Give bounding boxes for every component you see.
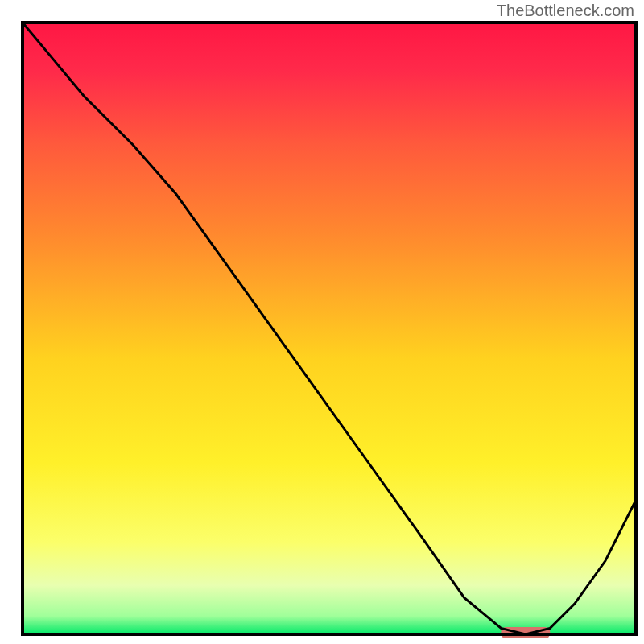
watermark-text: TheBottleneck.com — [497, 2, 634, 20]
chart-container: { "watermark": "TheBottleneck.com", "cha… — [0, 0, 644, 644]
plot-area — [23, 23, 636, 638]
gradient-background — [23, 23, 636, 634]
bottleneck-chart — [0, 0, 644, 644]
